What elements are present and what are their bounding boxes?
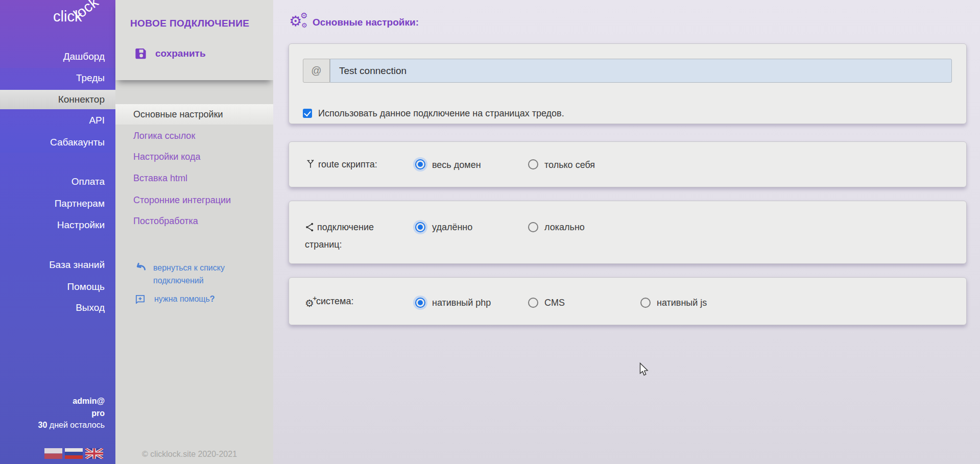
radio-whole-domain-label[interactable]: весь домен (432, 160, 481, 170)
input-prefix-at: @ (303, 59, 330, 83)
radio-remote[interactable] (415, 222, 425, 232)
copyright-footer: © clicklock.site 2020-2021 (115, 450, 264, 459)
account-days-left: 30 дней осталось (38, 421, 105, 430)
submenu-item-postprocessing[interactable]: Постобработка (133, 216, 198, 227)
radio-local-label[interactable]: локально (544, 222, 585, 233)
back-link-line2: подключений (153, 276, 204, 285)
save-icon (134, 46, 148, 61)
save-button-label: сохранить (155, 48, 206, 59)
submenu-item-code-settings[interactable]: Настройки кода (133, 152, 200, 162)
route-fork-icon (305, 158, 316, 173)
primary-sidebar: clicklock Дашборд Треды Коннектор API Са… (0, 0, 115, 464)
share-icon (305, 222, 315, 237)
sidebar-item-logout[interactable]: Выход (76, 302, 105, 313)
use-on-threads-label[interactable]: Использовать данное подключение на стран… (318, 108, 564, 119)
radio-cms[interactable] (528, 298, 538, 308)
submenu-item-integrations[interactable]: Сторонние интеграции (133, 195, 231, 206)
account-plan: pro (91, 409, 105, 418)
poland-flag[interactable] (44, 448, 62, 459)
help-link-question-mark: ? (210, 295, 215, 303)
page-title: НОВОЕ ПОДКЛЮЧЕНИЕ (130, 18, 249, 29)
radio-native-js-label[interactable]: нативный js (657, 298, 707, 308)
pages-connection-label-block: подключение страниц: (305, 220, 387, 252)
secondary-sidebar: НОВОЕ ПОДКЛЮЧЕНИЕ сохранить Основные нас… (115, 0, 273, 464)
pages-connection-panel: подключение страниц: удалённо локально (289, 201, 967, 264)
system-panel: ⚙+система: нативный php CMS нативный js (289, 277, 967, 325)
at-sign: @ (311, 65, 321, 77)
submenu-item-link-logic[interactable]: Логика ссылок (133, 131, 195, 141)
help-link-text: нужна помощь (154, 295, 210, 303)
account-days-text: дней осталось (47, 421, 105, 429)
settings-gears-icon: ⚙ ⚙ ⚙ (289, 13, 309, 31)
account-days-number: 30 (38, 421, 47, 429)
radio-only-self-label[interactable]: только себя (544, 160, 595, 170)
sidebar-item-help[interactable]: Помощь (67, 281, 105, 292)
section-title: Основные настройки: (313, 17, 419, 28)
sidebar-item-settings[interactable]: Настройки (57, 219, 105, 231)
sidebar-item-partners[interactable]: Партнерам (55, 198, 105, 209)
submenu-item-html-insert[interactable]: Вставка html (133, 173, 187, 184)
radio-remote-label[interactable]: удалённо (432, 222, 472, 233)
radio-only-self[interactable] (528, 159, 538, 169)
route-script-panel: route скрипта: весь домен только себя (289, 141, 967, 187)
sidebar-item-knowledge-base[interactable]: База знаний (49, 259, 105, 271)
connection-header-block (115, 0, 273, 80)
sidebar-item-payment[interactable]: Оплата (71, 176, 105, 187)
system-label-block: ⚙+система: (305, 296, 417, 309)
undo-arrow-icon (134, 260, 147, 272)
gear-plus-icon: ⚙+ (305, 297, 314, 309)
help-comment-icon (134, 294, 146, 305)
uk-flag[interactable] (85, 448, 103, 459)
radio-native-php[interactable] (415, 298, 425, 308)
sidebar-item-connector[interactable]: Коннектор (58, 94, 105, 105)
main-content: ⚙ ⚙ ⚙ Основные настройки: @ Использовать… (273, 0, 980, 464)
route-script-label-block: route скрипта: (305, 158, 417, 173)
use-on-threads-checkbox[interactable] (303, 109, 312, 118)
pages-connection-label: подключение страниц: (305, 222, 374, 250)
route-script-label: route скрипта: (318, 159, 377, 169)
save-button[interactable]: сохранить (134, 46, 256, 61)
radio-native-js[interactable] (640, 298, 651, 308)
sidebar-item-dashboard[interactable]: Дашборд (63, 51, 105, 62)
submenu-item-general-settings[interactable]: Основные настройки (133, 109, 223, 120)
radio-whole-domain[interactable] (415, 159, 425, 169)
account-email: admin@ (73, 397, 105, 406)
radio-local[interactable] (528, 222, 538, 232)
connection-name-panel: @ Использовать данное подключение на стр… (289, 43, 967, 124)
radio-cms-label[interactable]: CMS (544, 298, 565, 308)
system-label: система: (316, 296, 354, 306)
back-link-line1: вернуться к списку (153, 263, 225, 272)
brand-logo[interactable]: clicklock (53, 8, 108, 25)
sidebar-item-api[interactable]: API (89, 115, 105, 126)
connection-name-input[interactable] (330, 59, 952, 83)
radio-native-php-label[interactable]: нативный php (432, 298, 491, 308)
russia-flag[interactable] (65, 448, 83, 459)
sidebar-item-subaccounts[interactable]: Сабакаунты (50, 137, 105, 148)
app-window: clicklock Дашборд Треды Коннектор API Са… (0, 0, 980, 464)
sidebar-item-threads[interactable]: Треды (76, 72, 105, 84)
